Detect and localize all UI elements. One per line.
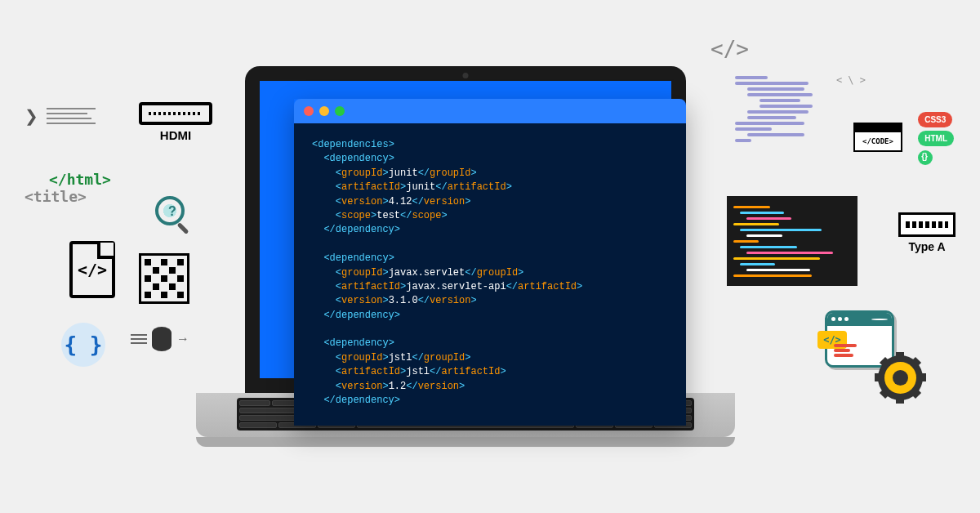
- small-code-window-icon: </CODE>: [853, 123, 902, 152]
- data-flow-icon: →: [131, 327, 189, 351]
- html-badge: HTML: [918, 131, 954, 146]
- js-badge: {}: [918, 150, 933, 165]
- laptop: <dependencies> <dependency> <groupId>jun…: [245, 66, 735, 447]
- code-content: <dependencies> <dependency> <groupId>jun…: [294, 123, 686, 426]
- qr-code-icon: [139, 253, 189, 304]
- window-titlebar: [294, 99, 686, 123]
- angle-bracket-icon: </>: [710, 37, 749, 61]
- type-a-label: Type A: [898, 240, 956, 253]
- code-window: <dependencies> <dependency> <groupId>jun…: [294, 99, 686, 426]
- close-dot-icon: [304, 106, 314, 116]
- laptop-edge: [196, 437, 735, 447]
- left-icon-cluster: ❯ HDMI </html> <title> ? </> { } →: [24, 106, 237, 205]
- type-a-port-icon: Type A: [898, 212, 956, 253]
- dev-settings-icon: </>: [825, 310, 915, 392]
- hdmi-label: HDMI: [139, 128, 212, 142]
- braces-circle-icon: { }: [61, 323, 105, 367]
- camera-icon: [463, 73, 469, 78]
- dark-editor-preview: [727, 196, 858, 286]
- tech-badges: CSS3 HTML {}: [916, 110, 956, 167]
- html-tags-icon: </html> <title>: [24, 171, 237, 205]
- css3-badge: CSS3: [918, 112, 952, 127]
- minimize-dot-icon: [319, 106, 329, 116]
- gear-icon: [878, 355, 923, 400]
- magnifier-icon: ?: [155, 196, 185, 225]
- hdmi-icon: HDMI: [139, 102, 212, 142]
- pseudo-code-block: < \ >: [735, 74, 866, 145]
- code-file-icon: </>: [69, 241, 115, 298]
- maximize-dot-icon: [335, 106, 345, 116]
